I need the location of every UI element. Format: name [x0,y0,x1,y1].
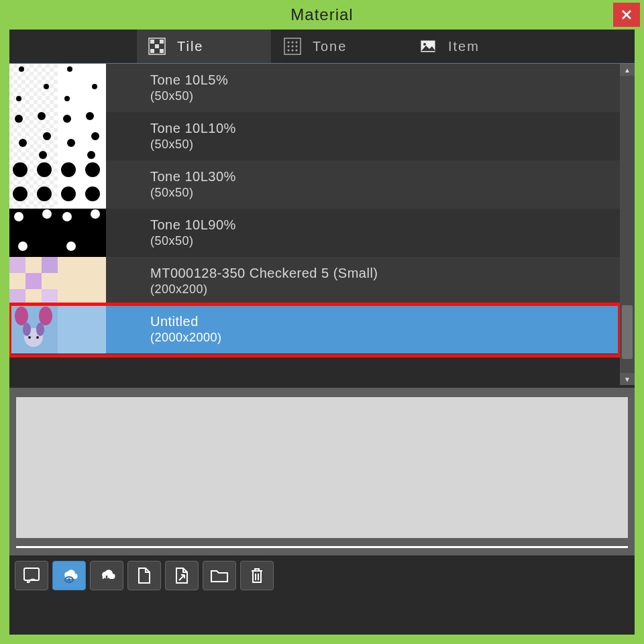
material-dimensions: (50x50) [150,89,228,104]
list-item[interactable]: MT000128-350 Checkered 5 (Small) (200x20… [9,257,620,305]
svg-point-11 [292,46,294,48]
svg-point-44 [18,241,28,251]
svg-rect-55 [42,289,58,305]
svg-point-57 [39,307,52,325]
material-name: MT000128-350 Checkered 5 (Small) [150,264,378,282]
material-thumbnail [9,305,58,354]
svg-point-21 [67,66,72,72]
svg-point-56 [15,307,28,325]
scroll-up-icon[interactable]: ▲ [620,64,635,76]
title-bar: Material [0,0,644,30]
window-title: Material [290,5,353,24]
svg-point-42 [14,212,23,221]
material-dimensions: (50x50) [150,233,236,249]
cloud-view-button[interactable] [52,561,86,590]
tab-item[interactable]: Item [408,30,542,63]
svg-point-22 [92,84,97,89]
svg-rect-52 [9,273,25,289]
svg-point-46 [91,209,100,219]
list-item[interactable]: Tone 10L10% (50x50) [9,112,620,160]
svg-rect-5 [160,49,164,53]
svg-point-43 [42,209,52,219]
svg-point-60 [36,323,44,336]
svg-point-38 [61,162,76,177]
material-thumbnail [9,64,58,112]
material-name: Untitled [150,313,222,330]
scroll-down-icon[interactable]: ▼ [620,373,635,385]
file-link-button[interactable] [165,561,199,590]
tile-icon [148,37,166,56]
svg-point-23 [64,96,70,101]
preview-canvas [16,397,628,538]
folder-icon [210,568,229,583]
svg-point-41 [85,186,100,201]
material-dimensions: (50x50) [150,185,236,201]
material-thumbnail [58,257,106,305]
close-icon [621,9,632,20]
svg-rect-54 [9,289,25,305]
close-button[interactable] [613,3,640,27]
list-item[interactable]: Tone 10L5% (50x50) [9,64,620,112]
svg-point-8 [292,42,294,44]
svg-rect-63 [24,568,39,580]
svg-point-31 [91,132,99,140]
scrollbar-thumb[interactable] [622,305,633,359]
tab-tone[interactable]: Tone [272,30,407,63]
svg-point-30 [86,112,94,120]
tab-tone-label: Tone [313,39,347,54]
tone-icon [283,37,302,56]
import-icon [23,567,40,584]
svg-point-26 [43,132,51,140]
svg-point-9 [296,42,298,44]
svg-point-14 [292,50,294,52]
svg-point-20 [16,96,21,101]
svg-point-40 [61,186,76,201]
material-name: Tone 10L90% [150,216,236,233]
material-thumbnail [9,160,58,209]
svg-point-33 [87,151,95,159]
main-panel: Tile Tone Item [9,30,635,635]
material-thumbnail [9,257,58,305]
svg-point-32 [67,139,75,147]
svg-point-13 [288,50,290,52]
cloud-download-button[interactable] [90,561,123,590]
svg-point-24 [15,115,23,123]
material-name: Tone 10L5% [150,71,228,89]
material-dimensions: (2000x2000) [150,330,222,345]
svg-point-62 [36,336,39,339]
svg-rect-4 [150,49,154,53]
svg-point-59 [23,323,31,336]
vertical-scrollbar[interactable]: ▲ ▼ [620,64,635,385]
material-name: Tone 10L30% [150,168,236,185]
svg-point-25 [38,112,46,120]
svg-rect-51 [42,257,58,273]
list-item[interactable]: Tone 10L30% (50x50) [9,160,620,209]
list-item[interactable]: Tone 10L90% (50x50) [9,209,620,257]
svg-point-28 [39,151,47,159]
tab-tile[interactable]: Tile [137,30,271,63]
svg-rect-3 [155,44,159,48]
material-thumbnail [58,160,106,209]
preview-divider [16,546,628,548]
import-button[interactable] [15,561,48,590]
file-arrow-icon [174,567,189,584]
tab-item-label: Item [448,39,480,54]
svg-point-34 [13,162,28,177]
svg-point-17 [423,43,426,46]
material-dimensions: (50x50) [150,137,236,152]
svg-rect-2 [160,40,164,44]
material-thumbnail [58,209,106,257]
svg-point-10 [288,46,290,48]
svg-point-35 [37,162,52,177]
svg-point-15 [296,50,298,52]
folder-button[interactable] [203,561,236,590]
cloud-eye-icon [60,568,78,584]
new-file-button[interactable] [127,561,161,590]
list-item[interactable]: Untitled (2000x2000) [9,305,620,354]
delete-button[interactable] [240,561,274,590]
material-thumbnail [9,209,58,257]
tab-tile-label: Tile [177,39,203,54]
material-name: Tone 10L10% [150,119,236,137]
material-thumbnail [58,64,106,112]
svg-point-47 [66,241,76,251]
